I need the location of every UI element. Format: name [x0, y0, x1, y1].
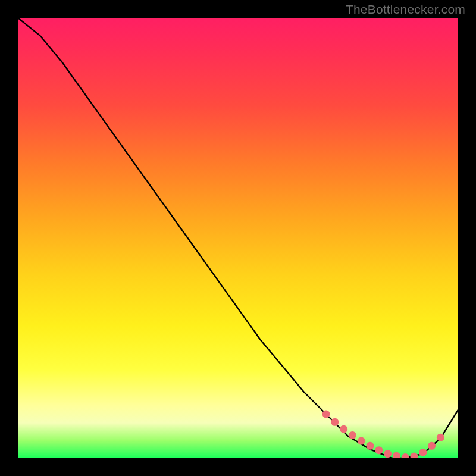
marker-dot: [419, 449, 427, 456]
marker-dot: [437, 434, 444, 441]
marker-dot: [331, 418, 339, 426]
bottleneck-curve-svg: [18, 18, 458, 458]
watermark-text: TheBottlenecker.com: [346, 2, 465, 17]
gradient-panel: [18, 18, 458, 458]
marker-dot: [428, 442, 436, 450]
marker-dot: [358, 437, 365, 445]
marker-dot: [367, 442, 374, 450]
marker-dot: [402, 453, 409, 458]
marker-dot: [322, 411, 330, 418]
marker-dot: [393, 452, 400, 458]
marker-dot: [384, 450, 392, 458]
marker-dot: [340, 425, 347, 433]
marker-group: [322, 411, 444, 459]
marker-dot: [375, 446, 383, 454]
bottleneck-curve-path: [18, 18, 458, 458]
chart-frame: TheBottlenecker.com: [0, 0, 476, 476]
marker-dot: [349, 431, 356, 439]
marker-dot: [411, 453, 418, 459]
